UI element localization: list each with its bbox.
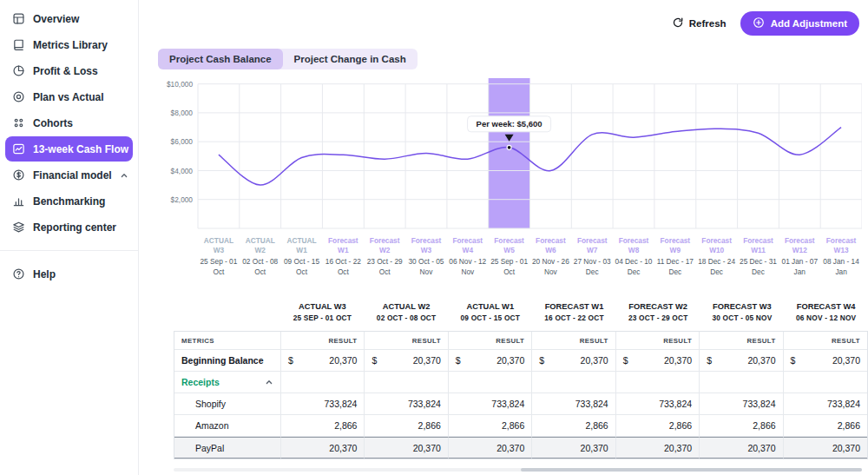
cell-receipts-actual-w1[interactable] bbox=[449, 372, 532, 393]
horizontal-scrollbar-track bbox=[174, 468, 862, 472]
column-subtitle: 25 SEP - 01 OCT bbox=[280, 313, 365, 324]
tab-project-cash-balance[interactable]: Project Cash Balance bbox=[158, 49, 283, 69]
plus-circle-icon bbox=[753, 16, 765, 30]
tab-project-change-in-cash[interactable]: Project Change in Cash bbox=[283, 49, 418, 69]
cell-beginning-balance-forecast-w3[interactable]: $20,370 bbox=[700, 350, 783, 372]
chart-plot-area[interactable]: $10,000$8,000$6,000$4,000$2,000Per week:… bbox=[156, 78, 862, 231]
table-grid: METRICSRESULTRESULTRESULTRESULTRESULTRES… bbox=[174, 331, 868, 459]
column-header-actual-w2: ACTUAL W202 OCT - 08 OCT bbox=[365, 299, 449, 324]
cell-paypal-forecast-w2[interactable]: 20,370 bbox=[616, 437, 700, 459]
cell-beginning-balance-actual-w2[interactable]: $20,370 bbox=[365, 350, 448, 372]
sidebar-item-label: Benchmarking bbox=[33, 195, 105, 208]
sidebar-item-cohorts[interactable]: Cohorts bbox=[5, 110, 133, 135]
cell-paypal-forecast-w1[interactable]: 20,370 bbox=[532, 437, 615, 459]
cell-amazon-forecast-w1[interactable]: 2,866 bbox=[532, 415, 615, 437]
row-label-paypal[interactable]: PayPal bbox=[174, 437, 281, 459]
financial-model-icon bbox=[12, 168, 25, 181]
refresh-button[interactable]: Refresh bbox=[672, 16, 727, 30]
x-axis-label-forecast-w11: Forecast W1125 Dec - 31 Dec bbox=[738, 236, 779, 277]
sidebar-item-metrics-library[interactable]: Metrics Library bbox=[5, 32, 133, 57]
cell-amazon-forecast-w4[interactable]: 2,866 bbox=[784, 415, 867, 437]
cash-balance-chart[interactable]: $10,000$8,000$6,000$4,000$2,000Per week:… bbox=[156, 78, 862, 277]
column-title: FORECAST W3 bbox=[700, 300, 785, 313]
cell-receipts-forecast-w1[interactable] bbox=[532, 372, 615, 393]
week-dates: 02 Oct - 08 Oct bbox=[240, 257, 280, 276]
cell-amazon-forecast-w3[interactable]: 2,866 bbox=[700, 415, 783, 437]
cell-receipts-actual-w2[interactable] bbox=[365, 372, 448, 393]
column-header-forecast-w4: FORECAST W406 NOV - 12 NOV bbox=[784, 299, 868, 324]
cell-shopify-forecast-w2[interactable]: 733,824 bbox=[616, 393, 700, 415]
cell-beginning-balance-actual-w1[interactable]: $20,370 bbox=[449, 350, 532, 372]
cell-paypal-actual-w1[interactable]: 20,370 bbox=[449, 437, 532, 459]
result-header-forecast-w3: RESULT bbox=[700, 332, 783, 350]
cell-value: 20,370 bbox=[664, 355, 692, 366]
row-label-beginning-balance[interactable]: Beginning Balance bbox=[174, 350, 281, 372]
cell-value: 20,370 bbox=[329, 355, 357, 366]
row-label-shopify[interactable]: Shopify bbox=[174, 393, 281, 415]
sidebar-item-overview[interactable]: Overview bbox=[5, 6, 133, 31]
cell-amazon-actual-w2[interactable]: 2,866 bbox=[365, 415, 448, 437]
row-label-amazon[interactable]: Amazon bbox=[174, 415, 281, 437]
svg-text:$6,000: $6,000 bbox=[171, 137, 194, 146]
cell-shopify-actual-w3[interactable]: 733,824 bbox=[281, 393, 365, 415]
cell-value: 20,370 bbox=[581, 355, 608, 366]
cell-amazon-actual-w3[interactable]: 2,866 bbox=[281, 415, 365, 437]
add-adjustment-button[interactable]: Add Adjustment bbox=[740, 11, 859, 36]
cell-value: 20,370 bbox=[747, 355, 775, 366]
x-axis-label-actual-w2: ACTUAL W202 Oct - 08 Oct bbox=[240, 236, 281, 277]
svg-text:Per week: $5,600: Per week: $5,600 bbox=[477, 119, 542, 129]
row-label-receipts[interactable]: Receipts bbox=[174, 372, 281, 393]
week-label: Forecast W13 bbox=[821, 236, 861, 255]
chevron-up-icon[interactable] bbox=[265, 378, 273, 386]
metrics-library-icon bbox=[12, 38, 25, 51]
cell-shopify-actual-w1[interactable]: 733,824 bbox=[449, 393, 532, 415]
sidebar-item-benchmarking[interactable]: Benchmarking bbox=[5, 188, 133, 214]
cell-amazon-actual-w1[interactable]: 2,866 bbox=[449, 415, 532, 437]
cell-value: 20,370 bbox=[832, 355, 860, 366]
sidebar-item-13-week-cash-flow[interactable]: 13-week Cash Flow bbox=[5, 136, 133, 162]
cell-shopify-forecast-w1[interactable]: 733,824 bbox=[532, 393, 615, 415]
cell-paypal-forecast-w4[interactable]: 20,370 bbox=[784, 437, 867, 459]
week-label: ACTUAL W3 bbox=[199, 236, 239, 255]
help-icon bbox=[12, 267, 25, 280]
benchmarking-icon bbox=[12, 195, 25, 208]
cell-beginning-balance-forecast-w2[interactable]: $20,370 bbox=[616, 350, 700, 372]
cell-shopify-forecast-w3[interactable]: 733,824 bbox=[700, 393, 783, 415]
sidebar-item-plan-vs-actual[interactable]: Plan vs Actual bbox=[5, 84, 133, 109]
sidebar-item-label: Overview bbox=[33, 13, 79, 25]
week-label: ACTUAL W2 bbox=[240, 236, 280, 255]
cell-amazon-forecast-w2[interactable]: 2,866 bbox=[616, 415, 700, 437]
currency-symbol: $ bbox=[288, 355, 293, 366]
cell-shopify-forecast-w4[interactable]: 733,824 bbox=[784, 393, 867, 415]
week-dates: 18 Dec - 24 Dec bbox=[697, 257, 737, 276]
cell-paypal-actual-w3[interactable]: 20,370 bbox=[281, 437, 365, 459]
column-subtitle: 06 NOV - 12 NOV bbox=[784, 313, 868, 324]
sidebar-nav: OverviewMetrics LibraryProfit & LossPlan… bbox=[0, 6, 138, 240]
cell-paypal-actual-w2[interactable]: 20,370 bbox=[365, 437, 448, 459]
cell-beginning-balance-actual-w3[interactable]: $20,370 bbox=[281, 350, 365, 372]
svg-text:$4,000: $4,000 bbox=[171, 167, 194, 175]
week-label: Forecast W5 bbox=[490, 236, 529, 255]
sidebar-item-profit-loss[interactable]: Profit & Loss bbox=[5, 58, 133, 83]
cell-receipts-forecast-w4[interactable] bbox=[784, 372, 867, 393]
cell-beginning-balance-forecast-w1[interactable]: $20,370 bbox=[532, 350, 615, 372]
sidebar-item-help[interactable]: Help bbox=[5, 261, 133, 287]
cell-beginning-balance-forecast-w4[interactable]: $20,370 bbox=[784, 350, 867, 372]
column-title: FORECAST W2 bbox=[616, 300, 700, 313]
cell-receipts-forecast-w2[interactable] bbox=[616, 372, 700, 393]
week-label: Forecast W6 bbox=[531, 236, 571, 255]
sidebar-item-reporting-center[interactable]: Reporting center bbox=[5, 214, 133, 240]
cell-receipts-actual-w3[interactable] bbox=[281, 372, 365, 393]
horizontal-scrollbar-thumb[interactable] bbox=[521, 468, 862, 472]
cell-paypal-forecast-w3[interactable]: 20,370 bbox=[700, 437, 783, 459]
chevron-up-icon[interactable] bbox=[120, 171, 128, 180]
cell-shopify-actual-w2[interactable]: 733,824 bbox=[365, 393, 448, 415]
result-header-forecast-w1: RESULT bbox=[532, 332, 615, 350]
x-axis-label-forecast-w1: Forecast W116 Oct - 22 Oct bbox=[322, 236, 364, 277]
cohorts-icon bbox=[12, 116, 25, 129]
profit-loss-icon bbox=[12, 64, 25, 77]
x-axis-label-forecast-w8: Forecast W804 Dec - 10 Dec bbox=[613, 236, 654, 277]
cell-receipts-forecast-w3[interactable] bbox=[700, 372, 783, 393]
week-dates: 16 Oct - 22 Oct bbox=[323, 257, 363, 276]
sidebar-item-financial-model[interactable]: Financial model bbox=[5, 162, 133, 188]
